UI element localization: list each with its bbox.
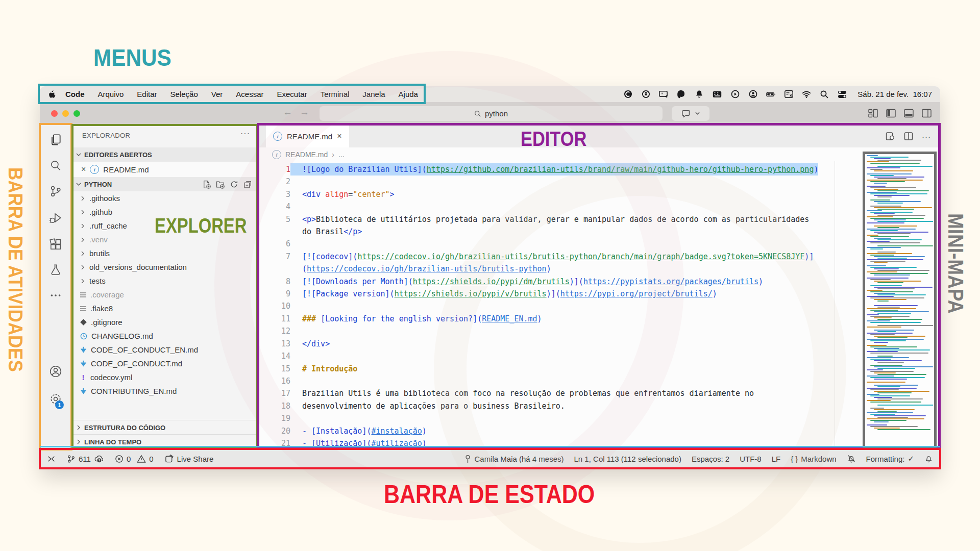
- source-control-icon[interactable]: [49, 185, 62, 198]
- zoom-window-button[interactable]: [74, 110, 80, 117]
- more-views-icon[interactable]: [49, 291, 62, 299]
- live-share-status[interactable]: Live Share: [165, 454, 214, 463]
- tree-item-CONTRIBUTING_EN.md[interactable]: CONTRIBUTING_EN.md: [72, 384, 258, 398]
- menu-ajuda[interactable]: Ajuda: [392, 90, 425, 98]
- tree-item-codecov.yml[interactable]: !codecov.yml: [72, 370, 258, 384]
- tree-item-tests[interactable]: tests: [72, 274, 258, 288]
- menu-seleção[interactable]: Seleção: [164, 90, 205, 98]
- muted-bell-status[interactable]: [847, 454, 856, 463]
- formatting-status[interactable]: Formatting: ✓: [866, 454, 914, 463]
- toggle-panel-icon[interactable]: [903, 108, 914, 118]
- tab-readme[interactable]: i README.md ×: [266, 125, 349, 147]
- menu-ver[interactable]: Ver: [205, 90, 230, 98]
- menu-arquivo[interactable]: Arquivo: [91, 90, 131, 98]
- circle-c-icon[interactable]: [623, 90, 632, 99]
- menu-acessar[interactable]: Acessar: [229, 90, 270, 98]
- tree-item-.githooks[interactable]: .githooks: [72, 191, 258, 205]
- breadcrumb-more[interactable]: ...: [338, 151, 345, 159]
- code-line-21[interactable]: 21- [Utilização](#utilização): [259, 437, 866, 449]
- code-line-wrap[interactable]: do Brasil</p>: [259, 226, 866, 238]
- tree-item-.ruff_cache[interactable]: .ruff_cache: [72, 219, 258, 233]
- tree-item-old_versions_documentation[interactable]: old_versions_documentation: [72, 260, 258, 274]
- code-line-13[interactable]: 13</div>: [259, 338, 866, 350]
- new-folder-icon[interactable]: [216, 180, 225, 189]
- problems-status[interactable]: 0 0: [115, 455, 154, 463]
- split-editor-icon[interactable]: [903, 131, 914, 141]
- customize-layout-icon[interactable]: [868, 108, 878, 118]
- tree-item-brutils[interactable]: brutils: [72, 246, 258, 260]
- circle-lock-icon[interactable]: [641, 90, 650, 99]
- encoding-status[interactable]: UTF-8: [740, 455, 762, 463]
- cursor-position-status[interactable]: Ln 1, Col 113 (112 selecionado): [574, 455, 681, 463]
- indentation-status[interactable]: Espaços: 2: [692, 455, 729, 463]
- run-debug-icon[interactable]: [49, 211, 62, 224]
- code-line-17[interactable]: 17Brazilian Utils é uma biblioteca com f…: [259, 387, 866, 399]
- keyboard-icon[interactable]: [713, 90, 722, 99]
- accounts-icon[interactable]: [49, 365, 62, 378]
- open-preview-icon[interactable]: [885, 131, 895, 141]
- menu-bar-clock[interactable]: Sáb. 21 de fev. 16:07: [857, 90, 932, 98]
- mastodon-icon[interactable]: [677, 90, 686, 99]
- remote-indicator[interactable]: [47, 455, 56, 463]
- code-line-20[interactable]: 20- [Instalação](#instalação): [259, 425, 866, 437]
- timeline-section[interactable]: LINHA DO TEMPO: [72, 434, 258, 449]
- open-editor-readme[interactable]: × i README.md: [72, 162, 258, 177]
- extensions-icon[interactable]: [49, 238, 62, 251]
- code-line-7[interactable]: 7[![codecov](https://codecov.io/gh/brazi…: [259, 251, 866, 263]
- input-source-icon[interactable]: [784, 90, 793, 99]
- tree-item-CODE_OF_CONDUCT.md[interactable]: CODE_OF_CONDUCT.md: [72, 357, 258, 370]
- copilot-chat-button[interactable]: [672, 106, 709, 121]
- command-center-search[interactable]: python: [320, 106, 663, 121]
- toggle-primary-sidebar-icon[interactable]: [886, 108, 896, 118]
- new-file-icon[interactable]: [202, 180, 211, 189]
- spotlight-search-icon[interactable]: [820, 90, 829, 99]
- code-editor[interactable]: 1![Logo do Brazilian Utils](https://gith…: [259, 161, 866, 449]
- eol-status[interactable]: LF: [772, 455, 781, 463]
- code-line-wrap[interactable]: (https://codecov.io/gh/brazilian-utils/b…: [259, 263, 866, 275]
- display-alert-icon[interactable]: [659, 90, 668, 99]
- code-line-6[interactable]: 6: [259, 238, 866, 250]
- menu-terminal[interactable]: Terminal: [314, 90, 356, 98]
- menu-janela[interactable]: Janela: [356, 90, 391, 98]
- close-editor-icon[interactable]: ×: [81, 165, 86, 174]
- menu-code[interactable]: Code: [59, 90, 91, 98]
- wifi-icon[interactable]: [802, 90, 811, 99]
- code-line-2[interactable]: 2: [259, 176, 866, 188]
- code-structure-section[interactable]: ESTRUTURA DO CÓDIGO: [72, 420, 258, 435]
- code-line-11[interactable]: 11### [Looking for the english version?]…: [259, 313, 866, 325]
- search-view-icon[interactable]: [49, 159, 62, 172]
- tree-item-.venv[interactable]: .venv: [72, 233, 258, 246]
- tree-item-.flake8[interactable]: .flake8: [72, 302, 258, 315]
- editor-more-actions[interactable]: ···: [922, 132, 931, 141]
- code-line-9[interactable]: 9[![Package version](https://shields.io/…: [259, 288, 866, 300]
- open-editors-section[interactable]: EDITORES ABERTOS: [72, 147, 258, 162]
- tree-item-CODE_OF_CONDUCT_EN.md[interactable]: CODE_OF_CONDUCT_EN.md: [72, 343, 258, 357]
- code-line-8[interactable]: 8[![Downloads per Month](https://shields…: [259, 276, 866, 288]
- tree-item-.github[interactable]: .github: [72, 205, 258, 219]
- code-line-19[interactable]: 19: [259, 412, 866, 424]
- code-line-10[interactable]: 10: [259, 300, 866, 312]
- tree-item-.gitignore[interactable]: .gitignore: [72, 315, 258, 329]
- code-line-3[interactable]: 3<div align="center">: [259, 188, 866, 201]
- code-line-18[interactable]: 18desenvolvimento de aplicações para o b…: [259, 400, 866, 412]
- close-tab-icon[interactable]: ×: [337, 132, 341, 141]
- back-button[interactable]: ←: [283, 107, 292, 118]
- minimize-window-button[interactable]: [62, 110, 69, 117]
- code-line-14[interactable]: 14: [259, 350, 866, 362]
- code-line-4[interactable]: 4: [259, 201, 866, 213]
- control-center-icon[interactable]: [838, 90, 847, 99]
- code-line-1[interactable]: 1![Logo do Brazilian Utils](https://gith…: [259, 163, 866, 176]
- language-mode-status[interactable]: { } Markdown: [791, 455, 836, 463]
- testing-icon[interactable]: [49, 263, 62, 277]
- apple-logo-icon[interactable]: [48, 90, 56, 98]
- notifications-status[interactable]: [924, 454, 933, 463]
- toggle-secondary-sidebar-icon[interactable]: [921, 108, 932, 118]
- bell-filled-icon[interactable]: [695, 90, 704, 99]
- code-line-5[interactable]: 5<p>Biblioteca de utilitários projetada …: [259, 213, 866, 226]
- menu-executar[interactable]: Executar: [270, 90, 313, 98]
- code-line-15[interactable]: 15# Introdução: [259, 363, 866, 375]
- tree-item-.coverage[interactable]: .coverage: [72, 288, 258, 302]
- refresh-icon[interactable]: [230, 180, 238, 189]
- collapse-all-icon[interactable]: [243, 180, 252, 189]
- menu-editar[interactable]: Editar: [130, 90, 163, 98]
